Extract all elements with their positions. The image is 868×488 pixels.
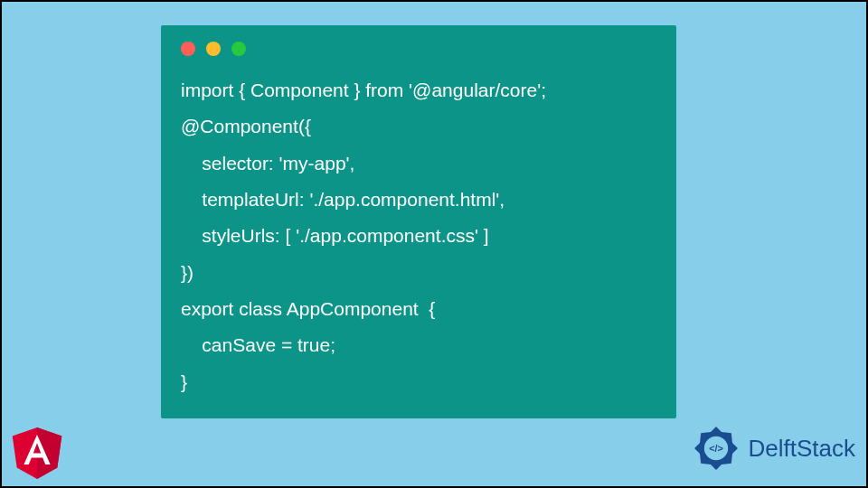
code-line: styleUrls: [ './app.component.css' ] — [181, 225, 489, 246]
code-editor-window: import { Component } from '@angular/core… — [161, 25, 676, 418]
code-line: @Component({ — [181, 116, 311, 136]
close-icon — [181, 42, 195, 56]
code-line: }) — [181, 262, 193, 283]
code-line: export class AppComponent { — [181, 298, 435, 319]
window-controls — [181, 42, 656, 56]
svg-text:</>: </> — [709, 443, 723, 454]
minimize-icon — [206, 42, 221, 56]
svg-marker-1 — [37, 427, 61, 479]
code-line: } — [181, 371, 187, 392]
maximize-icon — [231, 42, 246, 56]
delftstack-emblem-icon: </> — [689, 421, 743, 475]
code-line: import { Component } from '@angular/core… — [181, 80, 546, 100]
code-line: canSave = true; — [181, 334, 335, 355]
code-line: templateUrl: './app.component.html', — [181, 189, 505, 210]
code-line: selector: 'my-app', — [181, 153, 354, 174]
delftstack-logo: </> DelftStack — [689, 421, 856, 475]
angular-logo-icon — [9, 423, 65, 479]
delftstack-brand-text: DelftStack — [749, 435, 856, 463]
code-content: import { Component } from '@angular/core… — [181, 72, 656, 400]
